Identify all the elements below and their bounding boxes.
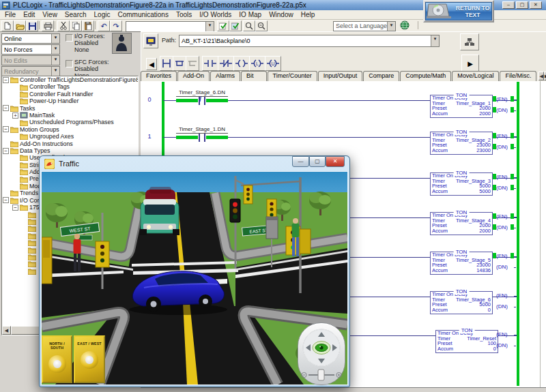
contact-nc-button[interactable] xyxy=(218,56,234,71)
coil-latch-button[interactable]: L xyxy=(249,56,265,71)
tree-item-controller-fault-handler[interactable]: Controller Fault Handler xyxy=(12,91,138,97)
redo-button[interactable]: ↷ xyxy=(110,20,122,31)
contact-tag[interactable]: Timer_Stage_1.DN xyxy=(161,126,243,132)
coil-button[interactable] xyxy=(233,56,250,71)
collapse-icon[interactable]: − xyxy=(3,148,9,154)
ton-accum-value[interactable]: 23000 xyxy=(476,148,491,153)
tab-move-logical[interactable]: Move/Logical xyxy=(452,71,499,81)
tree-item-controller-tags[interactable]: Controller Tags xyxy=(12,83,138,90)
ton-block[interactable]: TONTimer On DelayTimerTimer_Stage_1Prese… xyxy=(430,95,493,118)
menu-help[interactable]: Help xyxy=(301,11,315,18)
chevron-down-icon[interactable]: ▼ xyxy=(387,22,395,31)
traffic-close-button[interactable]: ✕ xyxy=(326,156,345,167)
mode-combobox[interactable]: Online▼ xyxy=(1,33,60,44)
menu-window[interactable]: Window xyxy=(269,11,293,18)
copy-button[interactable] xyxy=(70,20,82,31)
undo-button[interactable]: ↶ xyxy=(98,20,110,31)
ton-accum-value[interactable]: 2000 xyxy=(479,228,491,234)
minimize-button[interactable]: – xyxy=(502,1,515,9)
paste-button[interactable] xyxy=(82,20,94,31)
east-west-knob[interactable] xyxy=(81,351,98,369)
who-active-button[interactable] xyxy=(460,33,479,50)
tag-search-combobox[interactable]: ▼ xyxy=(126,21,214,32)
ton-block[interactable]: TONTimer On DelayTimerTimer_Stage_3Prese… xyxy=(430,172,493,196)
language-select[interactable]: Select a Language... ▼ xyxy=(333,21,396,31)
menu-logic[interactable]: Logic xyxy=(94,11,111,18)
traffic-minimize-button[interactable]: — xyxy=(292,156,309,167)
instruction-scroll-right-button[interactable]: ▶ xyxy=(461,55,479,72)
ton-accum-value[interactable]: 14836 xyxy=(476,268,491,273)
ton-block[interactable]: TONTimer On DelayTimerTimer_Stage_2Prese… xyxy=(430,132,493,155)
tab-scroll-left-icon[interactable]: ◀ xyxy=(538,72,543,80)
tree-item-motion-groups[interactable]: −Motion Groups xyxy=(2,126,138,133)
cut-button[interactable] xyxy=(57,20,70,31)
processor-icon-button[interactable] xyxy=(143,33,158,48)
ton-accum-value[interactable]: 2000 xyxy=(479,111,491,117)
tree-item-power-up-handler[interactable]: Power-Up Handler xyxy=(12,97,138,104)
scrollbar-thumb[interactable] xyxy=(11,326,40,335)
tree-item-unscheduled-programs-phases[interactable]: Unscheduled Programs/Phases xyxy=(12,119,138,125)
zoom-out-button[interactable] xyxy=(255,20,268,31)
expand-icon[interactable]: + xyxy=(12,112,18,119)
chevron-down-icon[interactable]: ▼ xyxy=(205,22,214,31)
ton-block[interactable]: TONTimer On DelayTimerTimer_ResetPreset1… xyxy=(435,330,498,353)
tree-item-add-on-instructions[interactable]: Add-On Instructions xyxy=(2,140,138,147)
tree-item-controller-trafficlightsdemonstrationfigure8-22a[interactable]: −Controller TrafficLightsDemonstrationFi… xyxy=(2,76,138,83)
tab-input-output[interactable]: Input/Output xyxy=(318,71,363,81)
verify-routine-button[interactable] xyxy=(217,20,229,31)
save-button[interactable] xyxy=(26,20,38,31)
tab-file-misc[interactable]: File/Misc. xyxy=(500,71,536,81)
menu-io-map[interactable]: IO Map xyxy=(239,11,261,18)
menu-communications[interactable]: Communications xyxy=(117,11,168,18)
north-south-knob[interactable] xyxy=(48,355,66,373)
menu-tools[interactable]: Tools xyxy=(176,11,192,18)
contact-no-button[interactable] xyxy=(202,56,218,71)
coil-unlatch-button[interactable]: U xyxy=(265,56,281,71)
menu-edit[interactable]: Edit xyxy=(23,11,35,18)
menu-file[interactable]: File xyxy=(5,11,16,18)
collapse-icon[interactable]: − xyxy=(3,77,9,83)
tab-compare[interactable]: Compare xyxy=(363,71,399,81)
tab-bit[interactable]: Bit xyxy=(241,71,267,81)
scroll-left-icon[interactable]: ◀ xyxy=(2,326,11,335)
maximize-button[interactable]: ▢ xyxy=(516,1,528,9)
ton-block[interactable]: TONTimer On DelayTimerTimer_Stage_5Prese… xyxy=(430,252,493,275)
tree-item-tasks[interactable]: −Tasks xyxy=(2,105,138,112)
new-rung-button[interactable] xyxy=(160,56,173,71)
tab-alarms[interactable]: Alarms xyxy=(210,71,240,81)
ton-accum-value[interactable]: 5000 xyxy=(479,189,491,194)
zoom-in-button[interactable] xyxy=(243,20,255,31)
verify-project-button[interactable] xyxy=(229,20,242,31)
globe-icon[interactable] xyxy=(400,20,410,31)
tree-item-maintask[interactable]: +MainTask xyxy=(12,112,138,119)
collapse-icon[interactable]: − xyxy=(12,205,18,211)
close-button[interactable]: ✕ xyxy=(530,1,542,9)
path-combobox[interactable]: AB_KT-1\21\Backplane\0 ▼ xyxy=(179,35,440,47)
forces-combobox[interactable]: No Forces▼ xyxy=(1,44,60,55)
branch-button[interactable] xyxy=(173,56,186,71)
chevron-down-icon[interactable]: ▼ xyxy=(51,34,59,43)
traffic-maximize-button[interactable]: ▢ xyxy=(309,156,326,167)
chevron-down-icon[interactable]: ▼ xyxy=(431,35,439,46)
menu-view[interactable]: View xyxy=(42,11,57,18)
new-file-button[interactable] xyxy=(1,20,14,31)
open-file-button[interactable] xyxy=(14,20,26,31)
tab-timer-counter[interactable]: Timer/Counter xyxy=(268,71,317,81)
ton-block[interactable]: TONTimer On DelayTimerTimer_Stage_6Prese… xyxy=(430,291,493,314)
traffic-window[interactable]: Traffic — ▢ ✕ xyxy=(39,155,350,387)
collapse-icon[interactable]: − xyxy=(3,197,9,203)
tree-item-ungrouped-axes[interactable]: Ungrouped Axes xyxy=(12,133,138,140)
camera-nav-pad[interactable] xyxy=(298,322,345,385)
tab-add-on[interactable]: Add-On xyxy=(177,71,210,81)
menu-search[interactable]: Search xyxy=(65,11,87,18)
instruction-scroll-left-button[interactable]: ◀ xyxy=(146,58,157,70)
chevron-down-icon[interactable]: ▼ xyxy=(51,45,59,54)
tab-compute-math[interactable]: Compute/Math xyxy=(400,71,451,81)
ton-block[interactable]: TONTimer On DelayTimerTimer_Stage_4Prese… xyxy=(430,212,493,235)
return-to-text-button[interactable]: RETURN TO TEXT xyxy=(423,0,494,22)
tree-item-data-types[interactable]: −Data Types xyxy=(2,147,138,154)
tab-favorites[interactable]: Favorites xyxy=(141,71,177,81)
collapse-icon[interactable]: − xyxy=(3,105,9,111)
ton-accum-value[interactable]: 0 xyxy=(488,307,491,313)
traffic-scene[interactable]: WEST ST xyxy=(42,172,347,385)
